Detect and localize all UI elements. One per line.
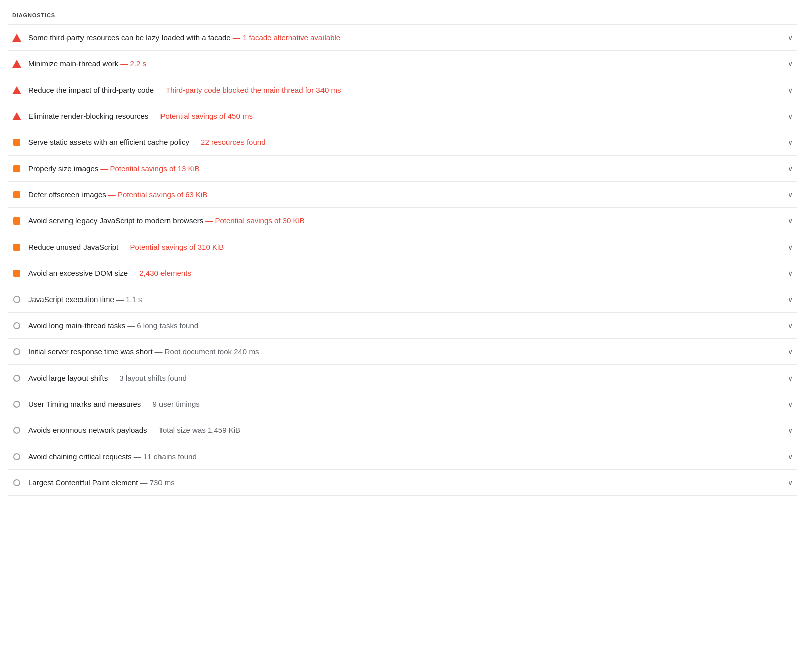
diag-left-cache-policy: Serve static assets with an efficient ca…	[12, 137, 780, 147]
diag-detail-offscreen-images: — Potential savings of 63 KiB	[108, 190, 208, 199]
warning-triangle-icon	[12, 112, 21, 121]
diag-label-lcp-element: Largest Contentful Paint element— 730 ms	[28, 477, 175, 488]
chevron-down-icon[interactable]: ∨	[788, 60, 793, 68]
diagnostics-section: DIAGNOSTICS Some third-party resources c…	[8, 12, 797, 496]
diag-label-size-images: Properly size images— Potential savings …	[28, 163, 200, 174]
diag-detail-size-images: — Potential savings of 13 KiB	[100, 164, 200, 173]
diagnostics-list: Some third-party resources can be lazy l…	[8, 24, 797, 496]
diag-item-size-images[interactable]: Properly size images— Potential savings …	[8, 156, 797, 182]
diag-label-js-execution: JavaScript execution time— 1.1 s	[28, 294, 142, 305]
diag-item-third-party-code[interactable]: Reduce the impact of third-party code— T…	[8, 77, 797, 103]
diag-detail-dom-size: — 2,430 elements	[130, 269, 191, 277]
diag-label-server-response: Initial server response time was short— …	[28, 346, 259, 357]
orange-square-icon	[12, 269, 21, 278]
diag-label-lazy-facade: Some third-party resources can be lazy l…	[28, 32, 340, 43]
chevron-down-icon[interactable]: ∨	[788, 34, 793, 42]
diag-item-legacy-js[interactable]: Avoid serving legacy JavaScript to moder…	[8, 208, 797, 234]
diag-detail-legacy-js: — Potential savings of 30 KiB	[205, 216, 305, 225]
diag-left-layout-shifts: Avoid large layout shifts— 3 layout shif…	[12, 372, 780, 383]
diag-detail-third-party-code: — Third-party code blocked the main thre…	[156, 86, 341, 94]
diag-label-cache-policy: Serve static assets with an efficient ca…	[28, 137, 265, 147]
gray-circle-icon	[12, 452, 21, 461]
diag-detail-server-response: — Root document took 240 ms	[155, 347, 259, 356]
chevron-down-icon[interactable]: ∨	[788, 269, 793, 277]
gray-circle-icon	[12, 374, 21, 383]
diag-left-long-tasks: Avoid long main-thread tasks— 6 long tas…	[12, 320, 780, 331]
diag-detail-user-timing: — 9 user timings	[143, 400, 200, 408]
chevron-down-icon[interactable]: ∨	[788, 112, 793, 120]
chevron-down-icon[interactable]: ∨	[788, 374, 793, 382]
orange-square-icon	[12, 216, 21, 226]
diag-label-offscreen-images: Defer offscreen images— Potential saving…	[28, 189, 207, 200]
diag-left-third-party-code: Reduce the impact of third-party code— T…	[12, 85, 780, 95]
diag-item-offscreen-images[interactable]: Defer offscreen images— Potential saving…	[8, 182, 797, 208]
diag-detail-js-execution: — 1.1 s	[116, 295, 142, 304]
diag-left-dom-size: Avoid an excessive DOM size— 2,430 eleme…	[12, 268, 780, 278]
diag-left-user-timing: User Timing marks and measures— 9 user t…	[12, 399, 780, 409]
warning-triangle-icon	[12, 59, 21, 68]
diag-left-critical-requests: Avoid chaining critical requests— 11 cha…	[12, 451, 780, 462]
gray-circle-icon	[12, 321, 21, 330]
orange-square-icon	[12, 164, 21, 173]
orange-square-icon	[12, 190, 21, 199]
diag-detail-layout-shifts: — 3 layout shifts found	[110, 374, 187, 382]
diag-label-third-party-code: Reduce the impact of third-party code— T…	[28, 85, 341, 95]
diag-detail-unused-js: — Potential savings of 310 KiB	[120, 243, 224, 251]
chevron-down-icon[interactable]: ∨	[788, 138, 793, 146]
diag-label-dom-size: Avoid an excessive DOM size— 2,430 eleme…	[28, 268, 191, 278]
diag-item-lazy-facade[interactable]: Some third-party resources can be lazy l…	[8, 25, 797, 51]
diag-item-network-payloads[interactable]: Avoids enormous network payloads— Total …	[8, 417, 797, 443]
diag-label-critical-requests: Avoid chaining critical requests— 11 cha…	[28, 451, 197, 462]
diag-left-lazy-facade: Some third-party resources can be lazy l…	[12, 32, 780, 43]
gray-circle-icon	[12, 295, 21, 304]
diag-item-cache-policy[interactable]: Serve static assets with an efficient ca…	[8, 129, 797, 156]
diag-item-critical-requests[interactable]: Avoid chaining critical requests— 11 cha…	[8, 443, 797, 470]
diag-label-unused-js: Reduce unused JavaScript— Potential savi…	[28, 242, 224, 252]
diag-left-server-response: Initial server response time was short— …	[12, 346, 780, 357]
diag-left-js-execution: JavaScript execution time— 1.1 s	[12, 294, 780, 305]
diag-label-long-tasks: Avoid long main-thread tasks— 6 long tas…	[28, 320, 198, 331]
diag-label-legacy-js: Avoid serving legacy JavaScript to moder…	[28, 215, 305, 226]
diag-detail-network-payloads: — Total size was 1,459 KiB	[149, 426, 240, 434]
diag-item-dom-size[interactable]: Avoid an excessive DOM size— 2,430 eleme…	[8, 260, 797, 286]
diag-item-server-response[interactable]: Initial server response time was short— …	[8, 339, 797, 365]
diag-detail-lcp-element: — 730 ms	[140, 478, 174, 487]
diag-item-main-thread[interactable]: Minimize main-thread work— 2.2 s∨	[8, 51, 797, 77]
diag-detail-critical-requests: — 11 chains found	[134, 452, 197, 461]
diag-detail-render-blocking: — Potential savings of 450 ms	[150, 112, 253, 120]
chevron-down-icon[interactable]: ∨	[788, 165, 793, 173]
warning-triangle-icon	[12, 33, 21, 42]
diag-item-long-tasks[interactable]: Avoid long main-thread tasks— 6 long tas…	[8, 313, 797, 339]
diag-label-render-blocking: Eliminate render-blocking resources— Pot…	[28, 111, 253, 121]
gray-circle-icon	[12, 400, 21, 409]
diag-item-lcp-element[interactable]: Largest Contentful Paint element— 730 ms…	[8, 470, 797, 496]
gray-circle-icon	[12, 426, 21, 435]
diag-detail-long-tasks: — 6 long tasks found	[127, 321, 198, 330]
diag-label-network-payloads: Avoids enormous network payloads— Total …	[28, 425, 240, 435]
chevron-down-icon[interactable]: ∨	[788, 295, 793, 304]
diag-detail-cache-policy: — 22 resources found	[191, 138, 266, 146]
chevron-down-icon[interactable]: ∨	[788, 322, 793, 330]
section-title: DIAGNOSTICS	[8, 12, 797, 18]
diag-label-user-timing: User Timing marks and measures— 9 user t…	[28, 399, 200, 409]
diag-label-main-thread: Minimize main-thread work— 2.2 s	[28, 58, 146, 69]
diag-detail-main-thread: — 2.2 s	[120, 59, 146, 68]
diag-item-user-timing[interactable]: User Timing marks and measures— 9 user t…	[8, 391, 797, 417]
chevron-down-icon[interactable]: ∨	[788, 217, 793, 225]
gray-circle-icon	[12, 478, 21, 487]
chevron-down-icon[interactable]: ∨	[788, 243, 793, 251]
chevron-down-icon[interactable]: ∨	[788, 426, 793, 434]
diag-item-layout-shifts[interactable]: Avoid large layout shifts— 3 layout shif…	[8, 365, 797, 391]
chevron-down-icon[interactable]: ∨	[788, 479, 793, 487]
diag-detail-lazy-facade: — 1 facade alternative available	[233, 33, 340, 42]
chevron-down-icon[interactable]: ∨	[788, 453, 793, 461]
diag-left-network-payloads: Avoids enormous network payloads— Total …	[12, 425, 780, 435]
diag-label-layout-shifts: Avoid large layout shifts— 3 layout shif…	[28, 372, 187, 383]
diag-item-js-execution[interactable]: JavaScript execution time— 1.1 s∨	[8, 286, 797, 313]
chevron-down-icon[interactable]: ∨	[788, 191, 793, 199]
diag-item-unused-js[interactable]: Reduce unused JavaScript— Potential savi…	[8, 234, 797, 260]
chevron-down-icon[interactable]: ∨	[788, 348, 793, 356]
chevron-down-icon[interactable]: ∨	[788, 86, 793, 94]
chevron-down-icon[interactable]: ∨	[788, 400, 793, 408]
diag-item-render-blocking[interactable]: Eliminate render-blocking resources— Pot…	[8, 103, 797, 129]
